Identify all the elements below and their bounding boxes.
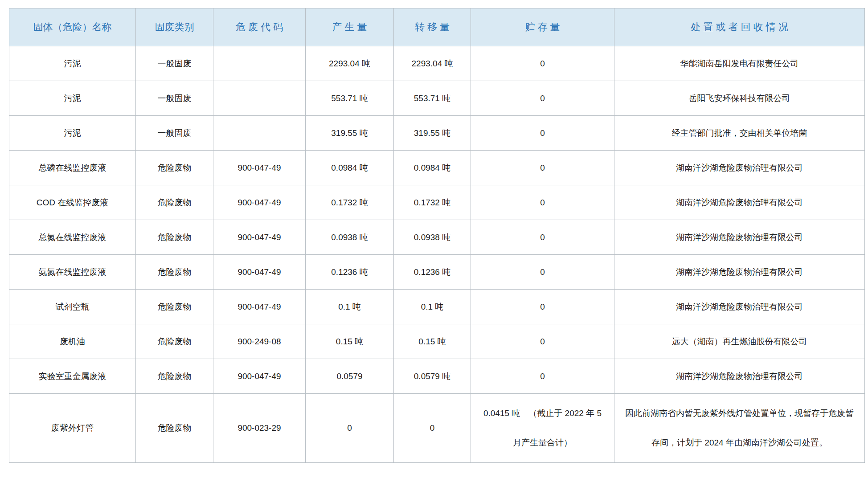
cell-category: 危险废物 [136,290,213,324]
table-row: 污泥一般固废2293.04 吨2293.04 吨0华能湖南岳阳发电有限责任公司 [9,46,865,81]
cell-name: 氨氮在线监控废液 [9,255,136,290]
cell-produced: 553.71 吨 [306,81,394,116]
cell-stored: 0 [471,220,614,255]
column-header-produced: 产 生 量 [306,8,394,46]
cell-name: 总氮在线监控废液 [9,220,136,255]
cell-category: 一般固废 [136,46,213,81]
cell-name: 总磷在线监控废液 [9,151,136,185]
cell-stored: 0 [471,46,614,81]
cell-disposal: 湖南洋沙湖危险废物治理有限公司 [614,185,865,220]
cell-code [213,46,306,81]
table-row: 污泥一般固废553.71 吨553.71 吨0岳阳飞安环保科技有限公司 [9,81,865,116]
cell-category: 危险废物 [136,255,213,290]
column-header-stored: 贮 存 量 [471,8,614,46]
cell-disposal: 湖南洋沙湖危险废物治理有限公司 [614,359,865,394]
cell-category: 一般固废 [136,81,213,116]
cell-category: 危险废物 [136,151,213,185]
cell-name: 污泥 [9,116,136,151]
cell-stored: 0 [471,324,614,359]
table-row: 废紫外灯管危险废物900-023-29000.0415 吨 （截止于 2022 … [9,394,865,463]
table-row: 试剂空瓶危险废物900-047-490.1 吨0.1 吨0湖南洋沙湖危险废物治理… [9,290,865,324]
cell-category: 危险废物 [136,185,213,220]
cell-disposal: 华能湖南岳阳发电有限责任公司 [614,46,865,81]
cell-transferred: 0.1732 吨 [394,185,471,220]
cell-produced: 0 [306,394,394,463]
cell-category: 危险废物 [136,394,213,463]
cell-stored: 0 [471,116,614,151]
cell-produced: 0.1236 吨 [306,255,394,290]
cell-produced: 2293.04 吨 [306,46,394,81]
column-header-disposal: 处 置 或 者 回 收 情 况 [614,8,865,46]
table-row: 实验室重金属废液危险废物900-047-490.05790.0579 吨0湖南洋… [9,359,865,394]
table-row: 污泥一般固废319.55 吨319.55 吨0经主管部门批准，交由相关单位培菌 [9,116,865,151]
cell-stored: 0 [471,151,614,185]
cell-produced: 0.1732 吨 [306,185,394,220]
cell-name: 废紫外灯管 [9,394,136,463]
table-row: 总磷在线监控废液危险废物900-047-490.0984 吨0.0984 吨0湖… [9,151,865,185]
cell-code: 900-047-49 [213,359,306,394]
column-header-code: 危 废 代 码 [213,8,306,46]
cell-disposal: 湖南洋沙湖危险废物治理有限公司 [614,290,865,324]
cell-stored: 0 [471,255,614,290]
cell-name: 废机油 [9,324,136,359]
cell-transferred: 0 [394,394,471,463]
cell-code: 900-047-49 [213,220,306,255]
cell-produced: 0.1 吨 [306,290,394,324]
cell-produced: 0.15 吨 [306,324,394,359]
cell-transferred: 0.1 吨 [394,290,471,324]
cell-disposal: 湖南洋沙湖危险废物治理有限公司 [614,255,865,290]
cell-disposal: 湖南洋沙湖危险废物治理有限公司 [614,151,865,185]
cell-transferred: 2293.04 吨 [394,46,471,81]
cell-code [213,81,306,116]
cell-produced: 0.0984 吨 [306,151,394,185]
cell-transferred: 0.1236 吨 [394,255,471,290]
cell-produced: 0.0938 吨 [306,220,394,255]
column-header-name: 固体（危险）名称 [9,8,136,46]
table-row: 氨氮在线监控废液危险废物900-047-490.1236 吨0.1236 吨0湖… [9,255,865,290]
cell-category: 危险废物 [136,324,213,359]
cell-code [213,116,306,151]
table-row: 总氮在线监控废液危险废物900-047-490.0938 吨0.0938 吨0湖… [9,220,865,255]
cell-stored: 0 [471,359,614,394]
cell-code: 900-047-49 [213,255,306,290]
cell-name: 污泥 [9,81,136,116]
cell-category: 危险废物 [136,359,213,394]
cell-category: 危险废物 [136,220,213,255]
cell-disposal: 湖南洋沙湖危险废物治理有限公司 [614,220,865,255]
cell-produced: 319.55 吨 [306,116,394,151]
cell-transferred: 0.0984 吨 [394,151,471,185]
cell-transferred: 0.15 吨 [394,324,471,359]
cell-disposal: 因此前湖南省内暂无废紫外线灯管处置单位，现暂存于危废暂存间，计划于 2024 年… [614,394,865,463]
column-header-transferred: 转 移 量 [394,8,471,46]
cell-stored: 0.0415 吨 （截止于 2022 年 5 月产生量合计） [471,394,614,463]
waste-table: 固体（危险）名称固废类别危 废 代 码产 生 量转 移 量贮 存 量处 置 或 … [9,8,865,463]
table-row: COD 在线监控废液危险废物900-047-490.1732 吨0.1732 吨… [9,185,865,220]
column-header-category: 固废类别 [136,8,213,46]
cell-transferred: 0.0938 吨 [394,220,471,255]
table-row: 废机油危险废物900-249-080.15 吨0.15 吨0远大（湖南）再生燃油… [9,324,865,359]
header-row: 固体（危险）名称固废类别危 废 代 码产 生 量转 移 量贮 存 量处 置 或 … [9,8,865,46]
cell-transferred: 319.55 吨 [394,116,471,151]
cell-name: 试剂空瓶 [9,290,136,324]
cell-name: COD 在线监控废液 [9,185,136,220]
cell-disposal: 岳阳飞安环保科技有限公司 [614,81,865,116]
cell-code: 900-047-49 [213,185,306,220]
cell-name: 实验室重金属废液 [9,359,136,394]
cell-transferred: 553.71 吨 [394,81,471,116]
cell-code: 900-023-29 [213,394,306,463]
cell-code: 900-047-49 [213,151,306,185]
cell-code: 900-047-49 [213,290,306,324]
table-header: 固体（危险）名称固废类别危 废 代 码产 生 量转 移 量贮 存 量处 置 或 … [9,8,865,46]
cell-disposal: 经主管部门批准，交由相关单位培菌 [614,116,865,151]
cell-category: 一般固废 [136,116,213,151]
cell-code: 900-249-08 [213,324,306,359]
cell-produced: 0.0579 [306,359,394,394]
cell-name: 污泥 [9,46,136,81]
cell-disposal: 远大（湖南）再生燃油股份有限公司 [614,324,865,359]
table-body: 污泥一般固废2293.04 吨2293.04 吨0华能湖南岳阳发电有限责任公司污… [9,46,865,463]
cell-stored: 0 [471,290,614,324]
cell-stored: 0 [471,81,614,116]
cell-stored: 0 [471,185,614,220]
waste-table-document: 固体（危险）名称固废类别危 废 代 码产 生 量转 移 量贮 存 量处 置 或 … [0,0,868,478]
cell-transferred: 0.0579 吨 [394,359,471,394]
